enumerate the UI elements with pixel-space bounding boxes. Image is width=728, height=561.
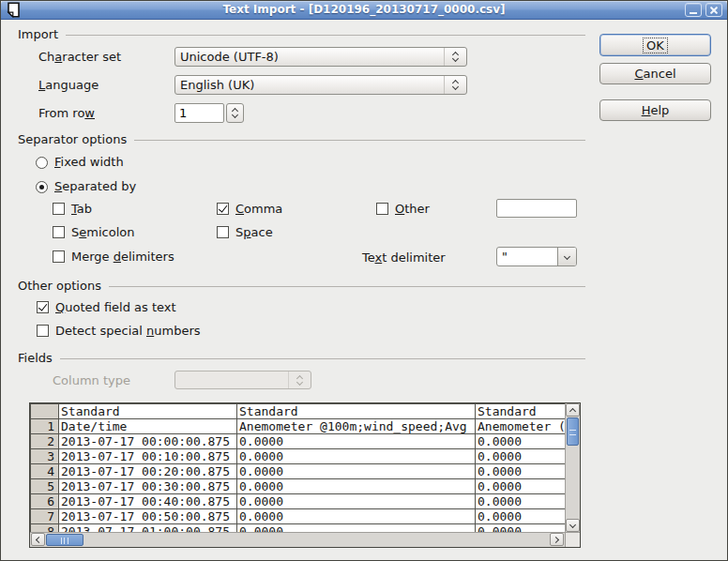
- row-number: 5: [31, 479, 59, 494]
- table-row: 22013-07-17 00:00:00.8750.00000.0000: [31, 434, 566, 449]
- text-delimiter-combobox[interactable]: ": [496, 247, 577, 266]
- table-cell: 0.0000: [476, 464, 566, 479]
- scroll-up-button[interactable]: [566, 403, 580, 417]
- minimize-button[interactable]: [685, 3, 702, 17]
- titlebar[interactable]: Text Import - [D120196_20130717_0000.csv…: [1, 1, 727, 20]
- comma-checkbox[interactable]: [217, 203, 229, 215]
- text-delimiter-label: Text delimiter: [362, 250, 446, 265]
- table-cell: Anemometer @100m;wind_speed;Avg: [237, 419, 476, 434]
- scrollbar-corner: [565, 532, 580, 547]
- section-rule: [60, 358, 585, 359]
- from-row-spinner[interactable]: [226, 103, 244, 123]
- language-value: English (UK): [175, 76, 444, 94]
- other-checkbox[interactable]: [376, 203, 388, 215]
- merge-delimiters-checkbox[interactable]: [53, 250, 65, 263]
- quoted-field-as-text-checkbox[interactable]: [37, 301, 49, 313]
- table-cell: 0.0000: [476, 494, 566, 509]
- combobox-arrows-icon[interactable]: [444, 48, 466, 66]
- separated-by-label[interactable]: Separated by: [54, 179, 136, 194]
- table-cell: 0.0000: [237, 449, 476, 464]
- comma-label[interactable]: Comma: [235, 202, 282, 217]
- horizontal-scrollbar[interactable]: [30, 532, 565, 547]
- table-cell: 0.0000: [476, 479, 566, 494]
- from-row-input[interactable]: [174, 103, 224, 123]
- table-cell: 0.0000: [476, 449, 566, 464]
- table-cell: 0.0000: [476, 524, 566, 533]
- detect-special-numbers-label[interactable]: Detect special numbers: [55, 324, 201, 339]
- separator-options-header: Separator options: [18, 132, 585, 147]
- fixed-width-radio[interactable]: [36, 157, 48, 169]
- language-combobox[interactable]: English (UK): [174, 75, 467, 95]
- preview-table: StandardStandardStandard 1Date/timeAnemo…: [29, 402, 581, 548]
- merge-delimiters-label[interactable]: Merge delimiters: [71, 250, 174, 265]
- column-header[interactable]: Standard: [59, 404, 237, 419]
- dropdown-arrow-icon[interactable]: [557, 248, 576, 265]
- combobox-arrows-icon[interactable]: [444, 76, 466, 94]
- row-number: 6: [31, 494, 59, 509]
- fields-section-header: Fields: [18, 351, 585, 366]
- space-checkbox[interactable]: [217, 226, 229, 238]
- close-button[interactable]: [705, 3, 722, 17]
- separated-by-radio[interactable]: [36, 181, 48, 193]
- other-options-header: Other options: [18, 279, 585, 294]
- table-cell: 2013-07-17 00:30:00.875: [59, 479, 237, 494]
- chevron-up-icon: [569, 407, 576, 414]
- column-header[interactable]: Standard: [476, 404, 566, 419]
- quoted-field-as-text-label[interactable]: Quoted field as text: [55, 300, 176, 315]
- section-rule: [109, 286, 585, 287]
- ok-button-label: OK: [644, 38, 667, 53]
- horizontal-scrollbar-thumb[interactable]: [46, 534, 83, 546]
- other-separator-input[interactable]: [496, 199, 577, 218]
- section-title: Import: [18, 27, 58, 42]
- table-cell: 0.0000: [476, 509, 566, 524]
- row-number: 2: [31, 434, 59, 449]
- tab-label[interactable]: Tab: [71, 202, 92, 217]
- semicolon-checkbox[interactable]: [53, 226, 65, 238]
- row-number: 1: [31, 419, 59, 434]
- table-row: 52013-07-17 00:30:00.8750.00000.0000: [31, 479, 566, 494]
- scroll-left-button[interactable]: [31, 533, 45, 546]
- import-section-header: Import: [18, 27, 585, 42]
- chevron-left-icon: [36, 536, 42, 542]
- section-title: Fields: [18, 351, 53, 366]
- table-cell: 2013-07-17 00:20:00.875: [59, 464, 237, 479]
- table-row: 42013-07-17 00:20:00.8750.00000.0000: [31, 464, 566, 479]
- window-title: Text Import - [D120196_20130717_0000.csv…: [1, 3, 727, 16]
- section-title: Other options: [18, 279, 101, 294]
- table-cell: 0.0000: [237, 524, 476, 533]
- space-label[interactable]: Space: [235, 225, 273, 240]
- table-cell: 2013-07-17 00:50:00.875: [59, 509, 237, 524]
- text-delimiter-value: ": [497, 248, 557, 265]
- table-cell: 0.0000: [237, 464, 476, 479]
- minimize-icon: [690, 12, 697, 14]
- character-set-combobox[interactable]: Unicode (UTF-8): [174, 47, 467, 67]
- fixed-width-label[interactable]: Fixed width: [54, 155, 124, 170]
- tab-checkbox[interactable]: [53, 203, 65, 215]
- from-row-label: From row: [38, 106, 95, 121]
- section-title: Separator options: [18, 132, 127, 147]
- ok-button[interactable]: OK: [599, 34, 711, 56]
- vertical-scrollbar[interactable]: [565, 403, 580, 532]
- table-row: 32013-07-17 00:10:00.8750.00000.0000: [31, 449, 566, 464]
- column-header[interactable]: Standard: [237, 404, 476, 419]
- detect-special-numbers-checkbox[interactable]: [37, 325, 49, 337]
- help-button-label: Help: [639, 103, 673, 117]
- section-rule: [134, 140, 585, 141]
- vertical-scrollbar-thumb[interactable]: [567, 417, 579, 446]
- table-cell: 2013-07-17 00:40:00.875: [59, 494, 237, 509]
- other-label[interactable]: Other: [395, 202, 430, 217]
- table-cell: 2013-07-17 00:10:00.875: [59, 449, 237, 464]
- spin-down-icon[interactable]: [232, 112, 238, 118]
- scroll-right-button[interactable]: [550, 533, 564, 546]
- language-label: Language: [38, 78, 99, 93]
- row-number: 7: [31, 509, 59, 524]
- cancel-button[interactable]: Cancel: [599, 63, 711, 84]
- text-import-dialog: Text Import - [D120196_20130717_0000.csv…: [0, 0, 728, 561]
- preview-grid-area[interactable]: StandardStandardStandard 1Date/timeAnemo…: [30, 403, 565, 532]
- semicolon-label[interactable]: Semicolon: [71, 225, 134, 240]
- scroll-down-button[interactable]: [566, 519, 580, 532]
- chevron-right-icon: [553, 536, 559, 542]
- help-button[interactable]: Help: [599, 99, 711, 121]
- character-set-label: Character set: [38, 50, 121, 65]
- table-cell: 2013-07-17 01:00:00.875: [59, 524, 237, 533]
